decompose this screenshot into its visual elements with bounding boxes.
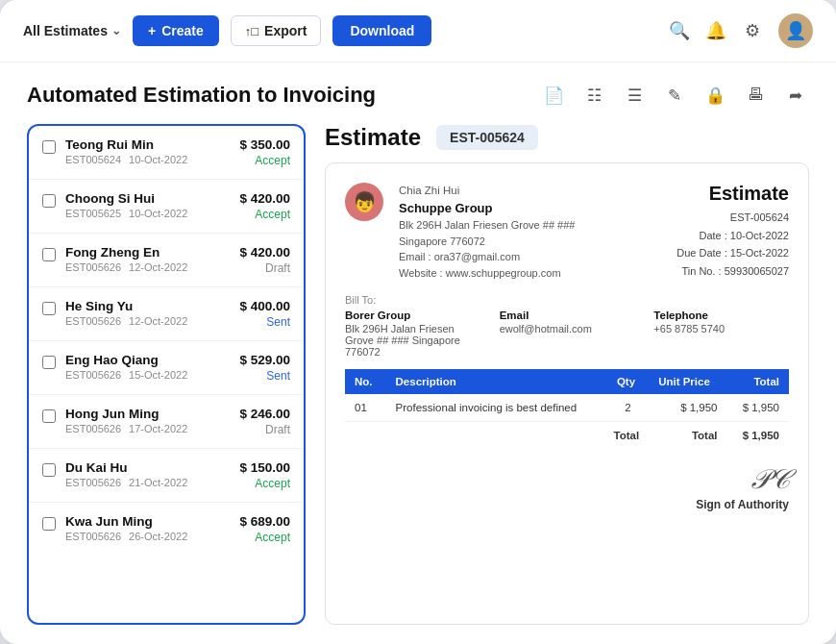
col-total: Total — [727, 369, 790, 394]
toolbar-icons: 📄 ☷ ☰ ✎ 🔒 🖶 ➦ — [540, 82, 809, 109]
list-item[interactable]: Du Kai Hu EST005626 21-Oct-2022 $ 150.00… — [29, 449, 304, 503]
estimate-info: He Sing Yu EST005626 12-Oct-2022 — [65, 299, 230, 327]
export-icon: ↑□ — [245, 24, 258, 38]
document-icon[interactable]: 📄 — [540, 82, 567, 109]
content-row: Teong Rui Min EST005624 10-Oct-2022 $ 35… — [27, 124, 809, 625]
estimate-status: Accept — [255, 208, 290, 221]
estimate-name: Choong Si Hui — [65, 191, 230, 206]
table-row: 01 Professional invoicing is best define… — [345, 394, 789, 422]
avatar[interactable]: 👤 — [778, 13, 813, 48]
estimate-id: EST005626 — [65, 477, 121, 488]
estimate-info: Hong Jun Ming EST005626 17-Oct-2022 — [65, 407, 230, 434]
estimate-info: Fong Zheng En EST005626 12-Oct-2022 — [65, 245, 230, 273]
estimate-checkbox[interactable] — [42, 194, 56, 208]
estimate-info: Kwa Jun Ming EST005626 26-Oct-2022 — [65, 514, 230, 542]
total-label-2: Total — [649, 422, 726, 450]
estimate-date: 17-Oct-2022 — [129, 423, 187, 434]
invoice-table: No. Description Qty Unit Price Total 01 … — [345, 369, 789, 449]
list-item[interactable]: Eng Hao Qiang EST005626 15-Oct-2022 $ 52… — [29, 341, 304, 395]
col-qty: Qty — [607, 369, 649, 394]
estimate-meta: EST005626 12-Oct-2022 — [65, 261, 230, 273]
page-title: Automated Estimation to Invoicing — [27, 83, 376, 108]
company-name: Schuppe Group — [399, 201, 661, 215]
create-button[interactable]: + Create — [133, 15, 219, 46]
settings-icon[interactable]: ⚙ — [742, 20, 763, 41]
list-item[interactable]: Kwa Jun Ming EST005626 26-Oct-2022 $ 689… — [29, 503, 304, 556]
estimate-checkbox[interactable] — [42, 302, 56, 315]
estimate-meta: EST005626 26-Oct-2022 — [65, 531, 230, 542]
estimate-amount: $ 400.00 — [239, 299, 290, 313]
estimate-amount: $ 689.00 — [239, 514, 290, 529]
estimate-checkbox[interactable] — [42, 140, 56, 154]
bill-name: Borer Group — [345, 310, 480, 321]
estimate-right: $ 150.00 Accept — [239, 460, 290, 490]
inv-date: Date : 10-Oct-2022 — [676, 227, 789, 245]
estimate-meta: EST005626 21-Oct-2022 — [65, 477, 230, 488]
estimate-checkbox[interactable] — [42, 409, 56, 423]
chevron-down-icon: ⌄ — [111, 24, 121, 37]
list-icon[interactable]: ☰ — [621, 82, 648, 109]
export-button[interactable]: ↑□ Export — [231, 15, 322, 46]
estimate-name: He Sing Yu — [65, 299, 230, 313]
inv-tin: Tin No. : 59930065027 — [676, 262, 789, 281]
estimate-info: Du Kai Hu EST005626 21-Oct-2022 — [65, 460, 230, 488]
estimate-checkbox[interactable] — [42, 463, 56, 477]
estimate-amount: $ 150.00 — [239, 460, 290, 475]
estimate-right: $ 529.00 Sent — [239, 353, 290, 383]
inv-due: Due Date : 15-Oct-2022 — [676, 244, 789, 262]
estimate-info: Eng Hao Qiang EST005626 15-Oct-2022 — [65, 353, 230, 381]
estimate-right: $ 420.00 Draft — [239, 245, 290, 275]
bill-tel-label: Telephone — [653, 310, 789, 321]
search-icon[interactable]: 🔍 — [669, 20, 690, 41]
list-item[interactable]: He Sing Yu EST005626 12-Oct-2022 $ 400.0… — [29, 287, 304, 341]
estimate-checkbox[interactable] — [42, 356, 56, 369]
estimate-id: EST005626 — [65, 315, 121, 327]
edit-icon[interactable]: ✎ — [661, 82, 688, 109]
sign-area: 𝒫𝒞 Sign of Authority — [345, 464, 789, 511]
download-button[interactable]: Download — [332, 15, 431, 46]
estimate-amount: $ 350.00 — [239, 137, 290, 152]
estimate-status: Sent — [266, 315, 290, 329]
estimate-checkbox[interactable] — [42, 517, 56, 531]
estimate-meta: EST005624 10-Oct-2022 — [65, 154, 230, 165]
sign-label: Sign of Authority — [345, 498, 789, 511]
bill-name-col: Borer Group Blk 296H Jalan Friesen Grove… — [345, 310, 480, 358]
estimate-info: Teong Rui Min EST005624 10-Oct-2022 — [65, 137, 230, 165]
website-line: Website : www.schuppegroup.com — [399, 265, 661, 282]
estimate-date: 12-Oct-2022 — [129, 315, 187, 327]
print-icon[interactable]: 🖶 — [742, 82, 769, 109]
share-icon[interactable]: ➦ — [782, 82, 809, 109]
cell-qty: 2 — [607, 394, 649, 422]
estimate-right: $ 246.00 Draft — [239, 407, 290, 436]
estimate-id: EST005626 — [65, 369, 121, 381]
estimate-checkbox[interactable] — [42, 248, 56, 261]
bill-to-label: Bill To: — [345, 294, 789, 306]
estimate-amount: $ 246.00 — [239, 407, 290, 421]
grid-icon[interactable]: ☷ — [580, 82, 607, 109]
list-item[interactable]: Choong Si Hui EST005625 10-Oct-2022 $ 42… — [29, 180, 304, 234]
lock-icon[interactable]: 🔒 — [701, 82, 728, 109]
estimate-info: Choong Si Hui EST005625 10-Oct-2022 — [65, 191, 230, 219]
bill-email-label: Email — [500, 310, 635, 321]
all-estimates-dropdown[interactable]: All Estimates ⌄ — [23, 23, 121, 38]
estimate-meta: EST005626 17-Oct-2022 — [65, 423, 230, 434]
estimate-id-badge: EST-005624 — [436, 125, 538, 150]
bill-address: Blk 296H Jalan Friesen Grove ## ### Sing… — [345, 323, 480, 358]
address2: Singapore 776072 — [399, 234, 661, 250]
bill-tel: +65 8785 5740 — [653, 323, 789, 334]
list-item[interactable]: Teong Rui Min EST005624 10-Oct-2022 $ 35… — [29, 126, 304, 180]
invoice-from: Chia Zhi Hui Schuppe Group Blk 296H Jala… — [399, 183, 661, 281]
estimates-list: Teong Rui Min EST005624 10-Oct-2022 $ 35… — [27, 124, 306, 625]
bill-tel-col: Telephone +65 8785 5740 — [653, 310, 789, 358]
estimate-name: Hong Jun Ming — [65, 407, 230, 421]
cell-description: Professional invoicing is best defined — [386, 394, 607, 422]
list-item[interactable]: Hong Jun Ming EST005626 17-Oct-2022 $ 24… — [29, 395, 304, 449]
estimate-status: Sent — [266, 369, 290, 383]
topbar-icons: 🔍 🔔 ⚙ 👤 — [669, 13, 813, 48]
estimate-date: 10-Oct-2022 — [129, 208, 187, 219]
col-unit-price: Unit Price — [649, 369, 726, 394]
estimate-name: Eng Hao Qiang — [65, 353, 230, 367]
list-item[interactable]: Fong Zheng En EST005626 12-Oct-2022 $ 42… — [29, 234, 304, 287]
notification-icon[interactable]: 🔔 — [705, 20, 726, 41]
estimate-status: Accept — [255, 477, 290, 490]
